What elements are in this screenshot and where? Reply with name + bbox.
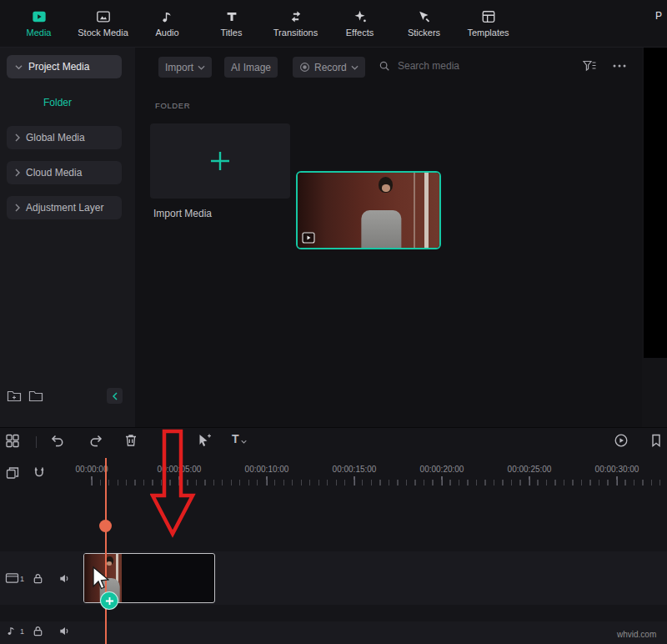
audio-track-number: 1 [20,627,24,636]
import-card-label: Import Media [153,208,212,219]
ruler-timestamp: 00:00:25:00 [508,465,552,474]
chevron-right-icon [15,204,20,212]
tab-label: Titles [221,28,243,38]
tab-label: Stickers [408,28,440,38]
record-icon [299,62,310,73]
chevron-down-icon [241,440,247,444]
sidebar-item-folder[interactable]: Folder [43,97,72,108]
duplicate-icon[interactable] [5,465,20,480]
tab-templates[interactable]: Templates [456,0,520,47]
preview-panel-edge [644,48,667,358]
transitions-icon [288,9,303,24]
ruler-timestamp: 00:00:15:00 [333,465,377,474]
tab-label: Media [27,28,52,38]
more-options-icon[interactable] [612,63,627,68]
magnet-snap-icon[interactable] [32,465,47,480]
lock-icon[interactable] [32,625,44,637]
audio-track-icon[interactable] [6,625,18,636]
video-track-icon[interactable] [5,572,19,585]
clip-thumbnail [298,173,439,248]
tab-label: Templates [467,28,509,38]
thumbnail-person [382,184,390,192]
search-icon [379,60,390,72]
media-icon [32,9,47,24]
record-button-label: Record [314,62,347,73]
effects-icon [353,9,368,24]
ai-image-button[interactable]: AI Image [224,57,278,78]
playhead-line[interactable] [105,458,107,644]
ruler-timestamp: 00:00:30:00 [595,465,639,474]
ruler-timestamp: 00:00:20:00 [420,465,464,474]
ai-image-button-label: AI Image [231,62,271,73]
undo-icon[interactable] [50,433,65,448]
collapse-sidebar-button[interactable] [107,388,123,404]
tab-media[interactable]: Media [7,0,71,47]
delete-icon[interactable] [123,433,138,448]
top-navigation: Media Stock Media Audio Titles Transitio… [0,0,667,48]
sidebar-item-cloud-media[interactable]: Cloud Media [7,161,122,184]
chevron-down-icon [15,63,23,71]
import-media-card[interactable] [150,123,290,199]
timeline-panel: T 00:00:00 00:00:05:00 00:00:10:00 00:00… [0,427,667,644]
search-input[interactable] [396,59,499,73]
audio-track [0,621,667,644]
tab-audio[interactable]: Audio [135,0,199,47]
selector-tool-icon[interactable] [197,433,212,448]
media-library-panel: Import AI Image Record FOLDER [135,48,642,427]
tab-label: Transitions [273,28,318,38]
titles-icon [224,9,239,24]
chevron-down-icon [351,65,359,70]
mute-speaker-icon[interactable] [58,625,71,637]
audio-icon [160,9,175,24]
chevron-down-icon [198,65,205,70]
tab-label: Audio [155,28,178,38]
chevron-right-icon [15,133,20,142]
tab-label: Stock Media [78,28,128,38]
sidebar-item-label: Cloud Media [26,167,82,179]
tab-stickers[interactable]: Stickers [392,0,456,47]
stickers-icon [417,9,432,24]
sidebar-item-global-media[interactable]: Global Media [7,126,122,149]
video-track-number: 1 [20,575,24,583]
toolbar-divider [36,436,37,448]
ruler-minor-ticks [91,480,660,486]
playhead-handle[interactable] [99,520,112,532]
video-type-icon [302,232,315,244]
tab-effects[interactable]: Effects [328,0,392,47]
ruler-timestamp: 00:00:00 [76,465,108,474]
video-editor-app: Media Stock Media Audio Titles Transitio… [0,0,667,644]
import-button[interactable]: Import [158,57,212,78]
lock-icon[interactable] [32,572,44,585]
redo-icon[interactable] [88,433,103,448]
plus-icon [105,596,114,606]
tab-transitions[interactable]: Transitions [263,0,328,47]
folder-section-label: FOLDER [155,101,190,110]
record-button[interactable]: Record [293,57,365,78]
preview-panel-partial-label: P [655,10,662,22]
thumbnail-person [107,561,112,566]
render-preview-icon[interactable] [614,433,629,448]
tab-stock-media[interactable]: Stock Media [71,0,135,47]
folder-icon[interactable] [28,390,43,403]
add-to-timeline-indicator[interactable] [100,591,118,610]
marker-icon[interactable] [649,433,664,448]
templates-icon [481,9,496,24]
new-folder-icon[interactable] [7,390,22,403]
thumbnail-detail [424,173,429,248]
watermark: whvid.com [617,630,656,639]
sidebar-item-label: Project Media [28,61,89,73]
search-media [379,59,499,73]
sidebar-item-project-media[interactable]: Project Media [7,55,122,78]
sidebar-item-label: Global Media [26,132,85,143]
mute-speaker-icon[interactable] [58,572,71,585]
ruler-timestamp: 00:00:10:00 [245,465,289,474]
sidebar-item-adjustment-layer[interactable]: Adjustment Layer [7,196,122,219]
tab-titles[interactable]: Titles [199,0,263,47]
tab-label: Effects [346,28,374,38]
ruler-timestamp: 00:00:05:00 [158,465,202,474]
video-clip-card[interactable] [296,171,441,249]
chevron-right-icon [15,169,20,177]
text-tool-button[interactable]: T [232,432,247,445]
track-manager-icon[interactable] [5,433,20,448]
filter-icon[interactable] [582,59,597,73]
